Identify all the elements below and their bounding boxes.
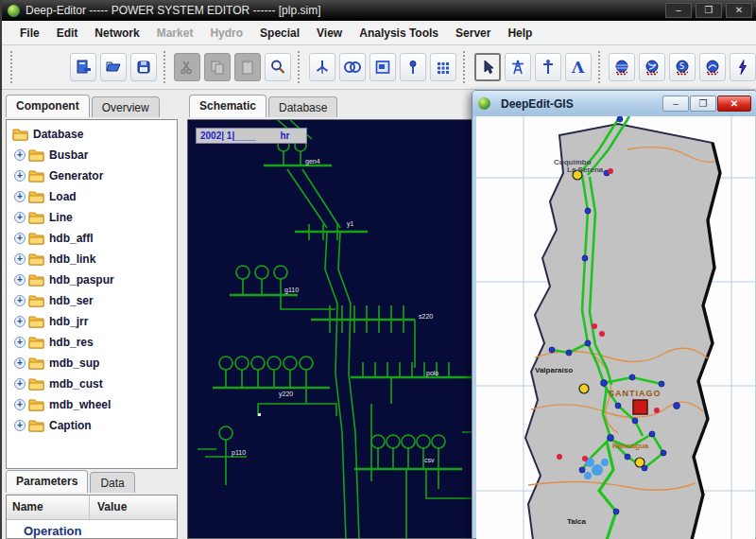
expand-icon[interactable]: + (14, 191, 26, 202)
globe-3-button[interactable]: S (669, 53, 696, 81)
tree-item-label: Busbar (49, 148, 88, 162)
turbine-button[interactable] (309, 53, 335, 81)
menu-server[interactable]: Server (447, 26, 499, 40)
expand-icon[interactable]: + (14, 233, 26, 244)
tree-item-label: Generator (49, 169, 103, 183)
pin-button[interactable] (400, 53, 426, 81)
expand-icon[interactable]: + (14, 253, 26, 265)
column-value[interactable]: Value (90, 496, 127, 519)
gis-close-button[interactable]: ✕ (717, 96, 751, 112)
globe-4-button[interactable] (699, 53, 726, 81)
expand-icon[interactable]: + (14, 274, 26, 286)
folder-icon (28, 398, 44, 411)
tree-item[interactable]: + Generator (7, 165, 177, 186)
menu-analysis-tools[interactable]: Analysis Tools (351, 26, 447, 40)
tree-item[interactable]: + hdb_res (7, 332, 177, 353)
globe-2-button[interactable] (639, 53, 665, 81)
tree-item[interactable]: + mdb_cust (7, 374, 177, 394)
tab-database[interactable]: Database (268, 96, 337, 117)
cursor-arrow-icon (479, 59, 496, 76)
toolbar-grip[interactable] (598, 51, 603, 83)
menu-help[interactable]: Help (499, 26, 541, 40)
expand-icon[interactable]: + (14, 170, 26, 182)
toolbar-grip[interactable] (163, 51, 168, 83)
rings-button[interactable] (339, 53, 366, 81)
globe-1-button[interactable] (609, 53, 635, 81)
open-file-button[interactable] (100, 53, 127, 81)
expand-icon[interactable]: + (14, 378, 26, 390)
tree-item[interactable]: + hdb_jrr (7, 311, 177, 332)
menu-view[interactable]: View (308, 26, 351, 40)
tree-item-label: mdb_wheel (49, 398, 111, 411)
frame-button[interactable] (369, 53, 396, 81)
tab-schematic[interactable]: Schematic (189, 95, 266, 117)
expand-icon[interactable]: + (14, 399, 26, 410)
toolbar-grip[interactable] (298, 51, 302, 83)
bus-label: csv (424, 457, 435, 464)
menu-file[interactable]: File (11, 26, 48, 40)
tab-overview[interactable]: Overview (92, 96, 160, 117)
tree-item[interactable]: + mdb_wheel (7, 394, 177, 415)
lightning-bolt-icon (734, 59, 751, 76)
expand-icon[interactable]: + (14, 212, 26, 223)
folder-icon (28, 356, 44, 370)
menu-bar: File Edit Network Market Hydro Special V… (2, 21, 756, 45)
tree-item[interactable]: + Load (7, 186, 177, 207)
table-row[interactable]: Operation (7, 520, 177, 538)
menu-edit[interactable]: Edit (48, 26, 87, 40)
tree-item[interactable]: + hdb_paspur (7, 270, 177, 290)
new-file-button[interactable] (70, 53, 96, 81)
city-label-rancagua: Rancagua (612, 442, 648, 450)
toolbar-grip[interactable] (463, 51, 468, 83)
gis-title-bar[interactable]: DeepEdit-GIS – ❐ ✕ (472, 91, 756, 116)
tree-item-label: hdb_ser (49, 294, 94, 307)
expand-icon[interactable]: + (14, 316, 26, 327)
bolt-button[interactable] (730, 53, 756, 81)
zoom-button[interactable] (265, 53, 291, 81)
bus-label: p110 (232, 449, 246, 457)
tab-parameters[interactable]: Parameters (6, 470, 88, 493)
tree-item[interactable]: + Caption (7, 415, 177, 436)
grid-button[interactable] (430, 53, 456, 81)
tree-item[interactable]: + hdb_link (7, 249, 177, 270)
title-bar: Deep-Editor ----- POWER SYSTEM EDITOR --… (2, 0, 756, 21)
tree-item-label: hdb_affl (49, 232, 94, 245)
tab-data[interactable]: Data (90, 472, 134, 493)
window-title: Deep-Editor ----- POWER SYSTEM EDITOR --… (26, 4, 320, 17)
tree-item[interactable]: + hdb_affl (7, 228, 177, 249)
time-box[interactable]: 2002| 1|____hr (196, 128, 307, 144)
toolbar-grip[interactable] (10, 51, 15, 83)
folder-icon (28, 169, 44, 183)
gis-maximize-button[interactable]: ❐ (690, 96, 716, 112)
tree-item[interactable]: + Busbar (7, 145, 177, 165)
tab-component[interactable]: Component (6, 95, 90, 117)
copy-button (204, 53, 231, 81)
gis-minimize-button[interactable]: – (662, 96, 689, 112)
expand-icon[interactable]: + (14, 357, 26, 369)
minimize-button[interactable]: – (665, 3, 692, 18)
save-file-button[interactable] (130, 53, 157, 81)
paste-button (234, 53, 261, 81)
maximize-button[interactable]: ❒ (696, 3, 722, 18)
close-button[interactable]: ✕ (726, 3, 752, 18)
pole-button[interactable] (535, 53, 561, 81)
expand-icon[interactable]: + (14, 149, 26, 161)
tree-item-database[interactable]: Database (7, 124, 177, 145)
gis-map[interactable]: Coquimbo La Serena Valparaíso SANTIAGO R… (476, 116, 755, 539)
tree-item-label: mdb_cust (49, 377, 103, 391)
expand-icon[interactable]: + (14, 337, 26, 348)
tree-item[interactable]: + hdb_ser (7, 290, 177, 311)
folder-icon (28, 190, 44, 203)
gis-window: DeepEdit-GIS – ❐ ✕ (472, 90, 756, 539)
expand-icon[interactable]: + (14, 295, 26, 306)
select-cursor-button[interactable] (474, 53, 501, 81)
menu-network[interactable]: Network (86, 26, 147, 40)
tree-item[interactable]: + Line (7, 207, 177, 228)
label-text-button[interactable]: Λ (565, 53, 592, 81)
expand-icon[interactable]: + (14, 420, 26, 431)
tower-button[interactable] (505, 53, 531, 81)
tree-item[interactable]: + mdb_sup (7, 353, 177, 374)
folder-icon (28, 419, 44, 432)
column-name[interactable]: Name (7, 496, 90, 519)
menu-special[interactable]: Special (251, 26, 308, 40)
